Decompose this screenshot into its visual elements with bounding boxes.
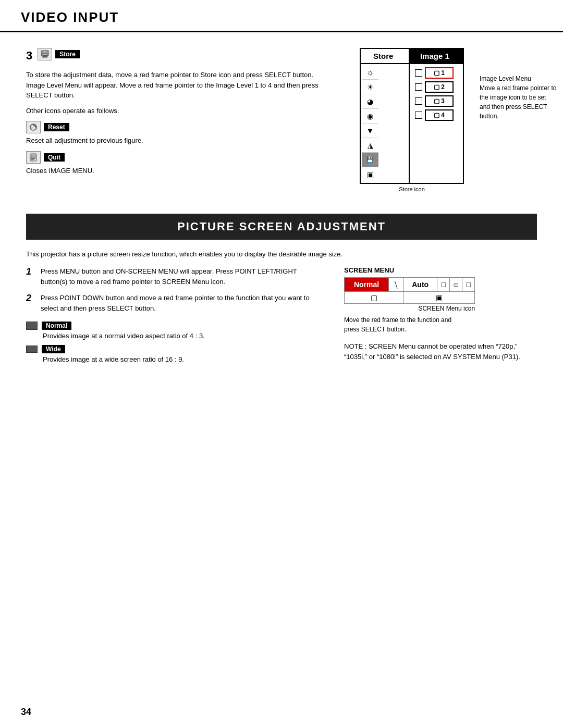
other-icons-text: Other icons operate as follows. xyxy=(26,106,328,116)
store-label: Store xyxy=(55,50,80,58)
sm-icon-box3: □ xyxy=(462,278,475,292)
psa-step1-text: Press MENU button and ON-SCREEN MENU wil… xyxy=(41,266,318,287)
menu-icon-2: ☀ xyxy=(362,80,378,94)
section3-left: 3 Store To store the ad xyxy=(26,48,328,193)
store-icon-row: Store xyxy=(38,48,80,60)
diagram-annotation: Image Level MenuMove a red frame pointer… xyxy=(480,74,563,121)
level-row-2: ▢ 2 xyxy=(415,81,458,93)
svg-rect-9 xyxy=(31,158,35,159)
level-row-3: ▢ 3 xyxy=(415,95,458,107)
menu-store-header: Store xyxy=(360,48,409,64)
quit-label: Quit xyxy=(44,153,65,162)
sm-move-text: Move the red frame to the function andpr… xyxy=(344,315,537,334)
quit-row: Quit xyxy=(26,151,328,164)
sm-icon-expand: ⧹ xyxy=(389,278,403,292)
level-box-2: ▢ 2 xyxy=(425,81,454,93)
menu-icon-4: ◉ xyxy=(362,109,378,124)
menu-image-header: Image 1 xyxy=(409,48,463,64)
screen-menu-label: SCREEN MENU xyxy=(344,266,537,274)
wide-row: Wide xyxy=(26,345,318,353)
step3-number: 3 xyxy=(26,49,32,63)
wide-desc: Provides image at a wide screen ratio of… xyxy=(43,355,318,363)
level-row-1: ▢ 1 xyxy=(415,67,458,79)
psa-content: 1 Press MENU button and ON-SCREEN MENU w… xyxy=(26,266,537,368)
sm-icon-box1: □ xyxy=(437,278,450,292)
level-box-3: ▢ 3 xyxy=(425,95,454,107)
psa-title: PICTURE SCREEN ADJUSTMENT xyxy=(26,214,537,240)
wide-icon xyxy=(26,346,38,353)
sm-row2-icon1: ▢ xyxy=(345,292,403,304)
section3-diagram: Store Image 1 ☼ ☀ ◕ ◉ ▼ ◮ xyxy=(360,48,537,193)
sm-normal-cell: Normal xyxy=(345,278,389,292)
level-row-4: ▢ 4 xyxy=(415,109,458,121)
svg-rect-2 xyxy=(43,55,47,56)
quit-icon xyxy=(26,151,41,164)
sm-icon-box2: ☺ xyxy=(450,278,462,292)
note-text: NOTE : SCREEN Menu cannot be operated wh… xyxy=(344,342,520,361)
store-icon xyxy=(38,48,52,60)
psa-step2-text: Press POINT DOWN button and move a red f… xyxy=(41,293,318,313)
sm-row2-icon2: ▣ xyxy=(403,292,475,304)
image-level-menu: Store Image 1 ☼ ☀ ◕ ◉ ▼ ◮ xyxy=(360,48,464,184)
page-number: 34 xyxy=(21,707,31,718)
reset-row: Reset xyxy=(26,121,328,133)
psa-step1-number: 1 xyxy=(26,266,36,287)
svg-rect-3 xyxy=(43,56,47,57)
svg-rect-8 xyxy=(31,155,35,158)
psa-step2-number: 2 xyxy=(26,293,36,313)
sm-caption: SCREEN Menu icon xyxy=(344,305,475,312)
reset-desc: Reset all adjustment to previous figure. xyxy=(26,135,328,146)
menu-icon-6: ◮ xyxy=(362,138,378,153)
level-checkbox-2 xyxy=(415,83,422,91)
normal-section: Normal Provides image at a normal video … xyxy=(26,322,318,363)
quit-desc: Closes IMAGE MENU. xyxy=(26,166,328,176)
reset-icon xyxy=(26,121,41,133)
psa-left: 1 Press MENU button and ON-SCREEN MENU w… xyxy=(26,266,318,368)
note-box: NOTE : SCREEN Menu cannot be operated wh… xyxy=(344,341,537,362)
level-checkbox-4 xyxy=(415,112,422,119)
psa-intro: This projector has a picture screen resi… xyxy=(26,250,537,258)
level-box-4: ▢ 4 xyxy=(425,109,454,121)
menu-icon-quit: ▣ xyxy=(362,167,378,182)
reset-label: Reset xyxy=(44,123,69,131)
normal-label: Normal xyxy=(42,322,71,330)
wide-label: Wide xyxy=(42,345,65,353)
normal-desc: Provides image at a normal video aspect … xyxy=(43,332,318,340)
menu-icon-5: ▼ xyxy=(362,124,378,138)
level-checkbox-3 xyxy=(415,97,422,105)
svg-rect-10 xyxy=(31,159,34,160)
sm-auto-cell: Auto xyxy=(403,278,437,292)
menu-icon-1: ☼ xyxy=(362,65,378,80)
page-header: VIDEO INPUT xyxy=(0,0,563,32)
screen-menu-table: Normal ⧹ Auto □ ☺ □ ▢ ▣ xyxy=(344,277,475,304)
svg-rect-4 xyxy=(43,51,46,53)
normal-icon xyxy=(26,322,38,330)
menu-icon-store: 💾 xyxy=(362,153,378,167)
section3-container: 3 Store To store the ad xyxy=(26,48,537,193)
level-box-1: ▢ 1 xyxy=(425,67,454,79)
screen-menu-diagram-container: Normal ⧹ Auto □ ☺ □ ▢ ▣ SCREEN Menu icon xyxy=(344,277,475,312)
normal-row: Normal xyxy=(26,322,318,330)
psa-right: SCREEN MENU Normal ⧹ Auto □ ☺ □ ▢ ▣ xyxy=(344,266,537,368)
page-title: VIDEO INPUT xyxy=(21,9,542,26)
store-body-text: To store the adjustment data, move a red… xyxy=(26,70,328,101)
psa-step1: 1 Press MENU button and ON-SCREEN MENU w… xyxy=(26,266,318,287)
level-list: ▢ 1 ▢ 2 ▢ 3 xyxy=(415,67,458,121)
store-icon-label: Store icon xyxy=(360,186,464,192)
menu-icon-3: ◕ xyxy=(362,94,378,109)
level-checkbox-1 xyxy=(415,69,422,77)
diagram-caption: Image Level MenuMove a red frame pointer… xyxy=(480,74,563,121)
psa-step2: 2 Press POINT DOWN button and move a red… xyxy=(26,293,318,313)
